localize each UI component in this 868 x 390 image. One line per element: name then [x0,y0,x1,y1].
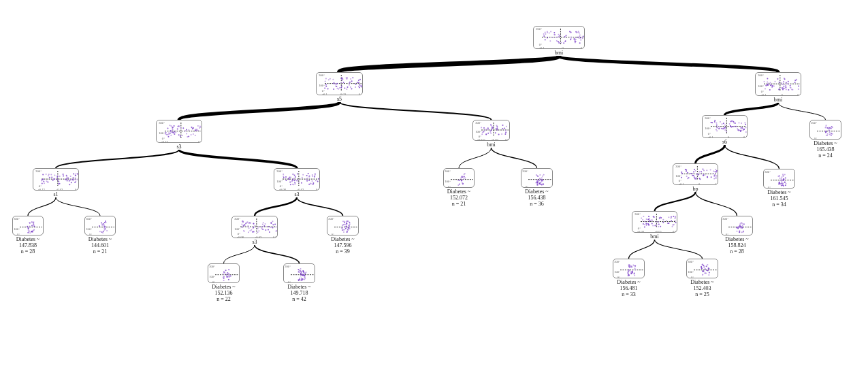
leaf-target: Diabetes ~ [503,189,571,195]
svg-point-1111 [707,270,709,272]
svg-text:0.003: 0.003 [273,235,278,239]
svg-point-985 [223,280,225,281]
svg-point-864 [346,223,347,224]
svg-point-371 [735,123,736,124]
svg-point-62 [558,41,559,42]
svg-point-457 [75,174,76,175]
svg-point-781 [257,228,259,229]
leaf-target: Diabetes ~ [0,236,62,242]
svg-text:0.08: 0.08 [75,188,79,191]
svg-point-677 [781,185,782,186]
svg-point-717 [31,225,33,227]
svg-point-655 [704,174,705,176]
leaf-value: 147.596 [309,242,377,248]
svg-text:300: 300 [765,170,770,174]
svg-point-1002 [225,270,227,271]
svg-point-910 [642,219,643,221]
svg-point-1103 [709,272,710,273]
svg-point-187 [777,78,778,80]
leaf-node: 0100300 [12,216,44,235]
leaf-target: Diabetes ~ [669,279,737,285]
svg-point-903 [646,224,647,225]
svg-point-229 [182,135,183,136]
svg-point-120 [339,87,340,88]
svg-point-509 [312,176,313,177]
svg-point-645 [699,178,701,180]
tree-edge [340,102,492,120]
svg-point-255 [195,130,196,131]
svg-point-938 [643,223,644,225]
svg-point-767 [104,226,106,227]
svg-point-185 [788,81,789,82]
svg-point-289 [492,127,493,129]
svg-text:-0.03: -0.03 [255,235,262,239]
svg-point-359 [730,125,731,127]
svg-point-16 [556,40,558,42]
svg-point-1040 [300,270,302,272]
svg-point-973 [742,231,743,233]
svg-point-193 [782,88,784,90]
svg-point-278 [504,133,506,135]
svg-point-58 [575,31,577,33]
leaf-label: Diabetes ~152.136n = 22 [190,284,258,302]
svg-text:300: 300 [722,217,728,221]
svg-point-526 [308,184,310,185]
svg-point-512 [302,177,303,178]
svg-text:0.005: 0.005 [673,230,677,233]
svg-point-553 [463,178,464,180]
svg-point-351 [719,127,720,129]
svg-point-755 [104,222,106,223]
svg-point-424 [63,176,64,177]
tree-edge [179,150,297,168]
svg-point-244 [199,126,201,127]
split-feature: s3 [231,239,278,245]
svg-point-733 [28,229,29,231]
svg-point-22 [550,31,551,33]
svg-point-1082 [632,272,633,273]
leaf-node: 0100300 [443,168,475,188]
svg-point-63 [582,37,583,39]
leaf-target: Diabetes ~ [66,236,134,242]
svg-point-558 [463,176,464,177]
svg-point-30 [543,35,545,37]
svg-point-327 [716,130,718,131]
svg-point-586 [543,174,545,176]
scatter-plot: 0100300 [13,216,44,235]
svg-point-994 [223,271,225,272]
split-feature: s6 [702,139,748,145]
svg-point-995 [223,274,224,275]
svg-point-730 [27,226,28,227]
svg-point-342 [711,122,712,123]
svg-point-211 [195,135,196,136]
svg-point-975 [737,231,738,232]
svg-point-11 [553,32,555,33]
svg-point-859 [349,225,350,226]
svg-point-450 [57,175,58,176]
svg-point-739 [33,221,35,223]
svg-point-121 [352,77,353,78]
svg-point-549 [457,184,459,186]
tree-edge [655,192,696,211]
svg-text:0: 0 [288,280,290,283]
leaf-value: 152.136 [190,290,258,296]
svg-point-932 [648,225,649,226]
svg-text:0: 0 [698,182,701,186]
leaf-target: Diabetes ~ [703,236,771,242]
svg-point-301 [483,131,485,132]
svg-point-830 [244,224,245,225]
leaf-value: 156.481 [595,285,663,291]
leaf-node: 0200 [809,120,841,140]
svg-point-588 [539,174,541,176]
tree-edge [655,240,703,259]
svg-point-303 [496,128,498,129]
svg-point-401 [825,126,826,127]
svg-point-338 [730,121,732,123]
svg-point-321 [729,123,730,125]
svg-point-458 [44,182,45,184]
svg-text:300: 300 [445,169,450,173]
svg-point-761 [99,231,101,232]
svg-text:0: 0 [617,276,620,278]
svg-point-630 [713,171,714,172]
scatter-plot: 0100300 [444,169,475,188]
svg-point-432 [75,175,76,176]
